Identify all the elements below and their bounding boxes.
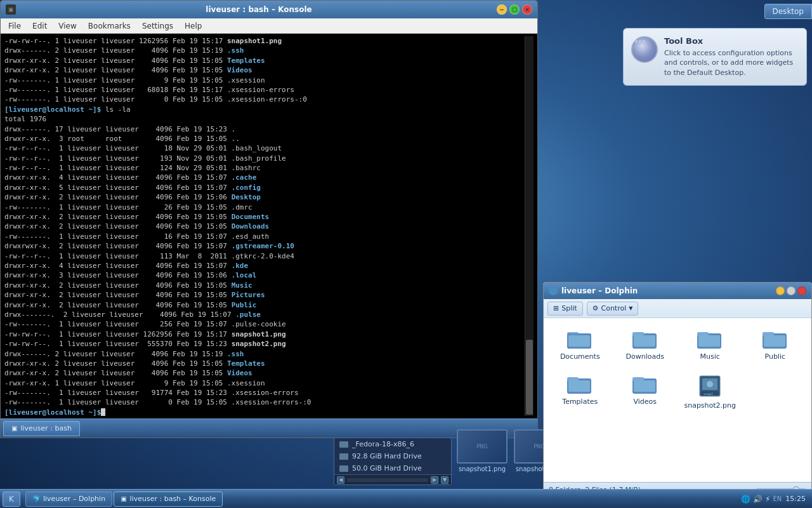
dolphin-close[interactable] bbox=[797, 286, 806, 295]
folder-item-music[interactable]: Music bbox=[680, 324, 740, 364]
folder-item-public[interactable]: Public bbox=[745, 324, 806, 364]
drive-label-1: _Fedora-18-x86_6 bbox=[352, 440, 414, 448]
terminal-text: -rw-rw-r--. 1 liveuser liveuser 1262956 … bbox=[4, 36, 525, 416]
file-icon-snapshot2: snap2 bbox=[697, 373, 723, 399]
drive-scrollbar-h: ◀ ▶ ▼ bbox=[334, 474, 451, 485]
svg-rect-18 bbox=[634, 380, 655, 392]
dolphin-maximize[interactable] bbox=[787, 286, 796, 295]
konsole-taskbar-icon: ▣ bbox=[121, 495, 126, 502]
taskbar-left: K 🐬 liveuser – Dolphin ▣ liveuser : bash… bbox=[3, 491, 223, 507]
folder-label-templates: Templates bbox=[562, 398, 598, 406]
taskbar: K 🐬 liveuser – Dolphin ▣ liveuser : bash… bbox=[0, 489, 812, 508]
folder-icon-videos bbox=[632, 373, 658, 395]
snapshot-thumb-1: PNG bbox=[457, 429, 508, 464]
folder-label-downloads: Downloads bbox=[626, 352, 664, 361]
drive-icon-2 bbox=[339, 453, 348, 460]
kde-icon: K bbox=[9, 495, 14, 504]
toolbox-description: Click to access configuration options an… bbox=[664, 48, 799, 77]
taskbar-clock: 15:25 bbox=[785, 495, 806, 503]
taskbar-right: 🌐 🔊 ⚡ EN 15:25 bbox=[741, 495, 809, 504]
svg-rect-3 bbox=[568, 335, 590, 347]
svg-point-21 bbox=[707, 381, 713, 387]
drive-scroll-dropdown[interactable]: ▼ bbox=[441, 476, 449, 484]
taskbar-app-konsole[interactable]: ▣ liveuser : bash – Konsole bbox=[114, 491, 223, 507]
toolbox-title: Tool Box bbox=[664, 36, 799, 46]
folder-label-documents: Documents bbox=[560, 352, 600, 361]
split-button[interactable]: ⊞ Split bbox=[547, 302, 583, 316]
minimize-btn[interactable]: − bbox=[497, 4, 507, 15]
folder-label-music: Music bbox=[700, 352, 720, 361]
folder-item-documents[interactable]: Documents bbox=[550, 324, 610, 364]
folder-item-videos[interactable]: Videos bbox=[615, 370, 676, 413]
menu-bookmarks[interactable]: Bookmarks bbox=[83, 20, 136, 32]
desktop-button[interactable]: Desktop bbox=[764, 4, 813, 19]
file-label-snapshot2: snapshot2.png bbox=[684, 401, 736, 410]
drive-item-2[interactable]: 92.8 GiB Hard Drive bbox=[334, 450, 451, 462]
file-item-snapshot2[interactable]: snap2 snapshot2.png bbox=[680, 370, 740, 413]
dolphin-controls bbox=[776, 286, 806, 295]
terminal-area[interactable]: -rw-rw-r--. 1 liveuser liveuser 1262956 … bbox=[1, 34, 537, 418]
svg-rect-15 bbox=[568, 380, 590, 392]
dolphin-title: liveuser – Dolphin bbox=[561, 286, 776, 295]
dolphin-titlebar: liveuser – Dolphin bbox=[544, 283, 811, 299]
svg-text:snap2: snap2 bbox=[704, 392, 713, 396]
dolphin-taskbar-label: liveuser – Dolphin bbox=[43, 495, 105, 503]
start-button[interactable]: K bbox=[3, 491, 20, 507]
systray: 🌐 🔊 ⚡ EN bbox=[741, 495, 782, 504]
control-button[interactable]: ⚙ Control ▼ bbox=[587, 302, 639, 316]
folder-icon-music bbox=[697, 328, 723, 350]
folder-item-templates[interactable]: Templates bbox=[550, 370, 610, 413]
konsole-taskbar-label: liveuser : bash – Konsole bbox=[130, 495, 216, 503]
drive-label-3: 50.0 GiB Hard Drive bbox=[352, 464, 422, 472]
folder-icon-public bbox=[763, 328, 788, 350]
menu-settings[interactable]: Settings bbox=[137, 20, 178, 32]
terminal-scrollbar-thumb bbox=[526, 340, 533, 415]
close-btn[interactable]: × bbox=[522, 4, 532, 15]
menu-file[interactable]: File bbox=[3, 20, 26, 32]
window-controls: − □ × bbox=[497, 4, 532, 15]
dolphin-window-icon bbox=[549, 286, 558, 295]
drive-scroll-left[interactable]: ◀ bbox=[337, 476, 344, 484]
control-label: Control bbox=[601, 304, 626, 312]
maximize-btn[interactable]: □ bbox=[509, 4, 520, 15]
svg-rect-9 bbox=[698, 335, 720, 347]
terminal-icon-small: ▣ bbox=[11, 425, 17, 432]
dolphin-minimize[interactable] bbox=[776, 286, 785, 295]
terminal-scrollbar[interactable] bbox=[525, 36, 534, 416]
konsole-window-icon: ▣ bbox=[6, 4, 16, 15]
drive-icon-3 bbox=[339, 465, 348, 472]
chevron-down-icon: ▼ bbox=[629, 305, 632, 311]
menu-view[interactable]: View bbox=[53, 20, 81, 32]
snapshot-item-1[interactable]: PNG snapshot1.png bbox=[457, 429, 508, 472]
drive-item-3[interactable]: 50.0 GiB Hard Drive bbox=[334, 462, 451, 474]
dolphin-content: Documents Downloads Music bbox=[544, 318, 811, 482]
svg-rect-12 bbox=[764, 335, 785, 347]
volume-icon: 🔊 bbox=[753, 495, 763, 504]
konsole-window: ▣ liveuser : bash – Konsole − □ × File E… bbox=[0, 0, 538, 438]
folder-icon-documents bbox=[567, 328, 593, 350]
gear-icon: ⚙ bbox=[593, 304, 599, 312]
power-icon: ⚡ bbox=[765, 495, 770, 504]
dolphin-taskbar-icon: 🐬 bbox=[32, 495, 40, 502]
drive-icon-1 bbox=[339, 441, 348, 448]
folder-label-public: Public bbox=[764, 352, 785, 361]
taskbar-app-dolphin[interactable]: 🐬 liveuser – Dolphin bbox=[25, 491, 112, 507]
menu-edit[interactable]: Edit bbox=[27, 20, 52, 32]
konsole-tab-label: liveuser : bash bbox=[20, 424, 72, 432]
network-icon: 🌐 bbox=[741, 495, 750, 504]
split-label: Split bbox=[561, 304, 577, 312]
folder-label-videos: Videos bbox=[633, 398, 657, 406]
dolphin-toolbar: ⊞ Split ⚙ Control ▼ bbox=[544, 299, 811, 318]
folder-icon-downloads bbox=[632, 328, 658, 350]
folder-icon-templates bbox=[567, 373, 593, 395]
drive-scroll-right[interactable]: ▶ bbox=[431, 476, 438, 484]
folder-item-downloads[interactable]: Downloads bbox=[615, 324, 676, 364]
drive-item-1[interactable]: _Fedora-18-x86_6 bbox=[334, 438, 451, 450]
konsole-titlebar: ▣ liveuser : bash – Konsole − □ × bbox=[1, 1, 537, 18]
toolbox-icon bbox=[631, 36, 658, 63]
konsole-tab-1[interactable]: ▣ liveuser : bash bbox=[3, 421, 80, 436]
snapshot-label-1: snapshot1.png bbox=[459, 465, 506, 472]
konsole-title: liveuser : bash – Konsole bbox=[21, 5, 497, 14]
drive-selector: _Fedora-18-x86_6 92.8 GiB Hard Drive 50.… bbox=[334, 438, 452, 485]
menu-help[interactable]: Help bbox=[180, 20, 207, 32]
